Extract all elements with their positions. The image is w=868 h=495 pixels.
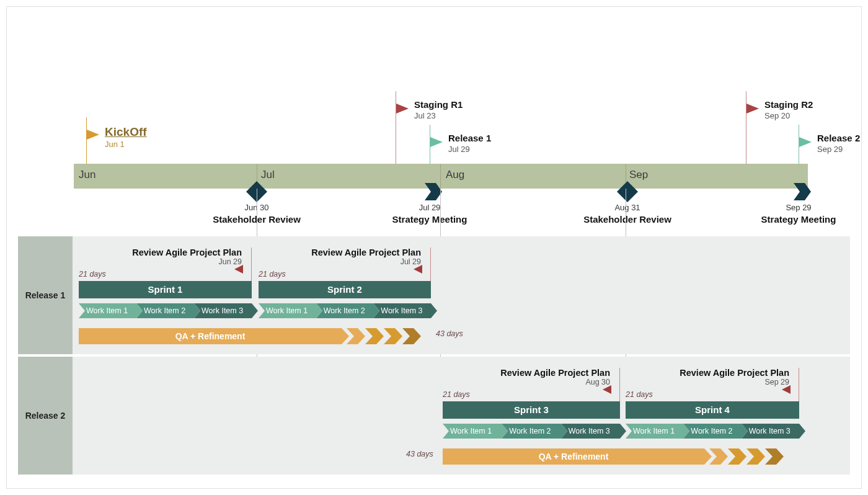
qa-refinement-bar: QA + Refinement xyxy=(443,448,704,465)
flag-pennant-icon xyxy=(746,104,759,114)
work-item-row: Work Item 1Work Item 2Work Item 3 xyxy=(626,424,799,439)
release-tab: Release 2 xyxy=(18,357,73,475)
flag-stem xyxy=(746,91,746,164)
sprint-bar: Sprint 4 xyxy=(626,401,799,419)
qa-chevron-group xyxy=(347,328,417,344)
work-item: Work Item 1 xyxy=(443,424,502,439)
qa-duration: 43 days xyxy=(406,450,433,458)
chevron-right-icon xyxy=(728,448,743,465)
review-flag-icon xyxy=(782,385,790,394)
work-item: Work Item 3 xyxy=(194,303,252,318)
chevron-right-icon xyxy=(347,328,361,344)
qa-refinement-bar: QA + Refinement xyxy=(79,328,342,344)
flag-title: Staging R1 xyxy=(414,99,463,110)
review-title: Review Agile Project Plan xyxy=(259,248,421,257)
chevron-right-icon xyxy=(425,183,442,200)
sprint-bar: Sprint 1 xyxy=(79,281,252,298)
svg-marker-4 xyxy=(384,328,402,344)
review-title: Review Agile Project Plan xyxy=(79,248,242,257)
review-date: Sep 29 xyxy=(626,378,789,386)
milestone-name: Strategy Meeting xyxy=(761,214,836,225)
work-item: Work Item 3 xyxy=(742,424,799,439)
review-date: Jun 29 xyxy=(79,257,242,266)
milestone-date: Jul 29 xyxy=(419,203,441,212)
sprint-duration: 21 days xyxy=(443,390,470,399)
milestone-name: Stakeholder Review xyxy=(583,214,671,225)
flag-title: Release 1 xyxy=(448,133,491,143)
flag-date: Sep 20 xyxy=(764,111,790,120)
svg-marker-1 xyxy=(794,183,811,200)
svg-marker-5 xyxy=(402,328,421,344)
chevron-right-icon xyxy=(709,448,724,465)
flag-pennant-icon xyxy=(396,104,409,114)
review-flag-icon xyxy=(603,385,611,394)
svg-marker-9 xyxy=(765,448,784,465)
chevron-right-icon xyxy=(402,328,417,344)
svg-marker-2 xyxy=(347,328,365,344)
svg-marker-3 xyxy=(365,328,384,344)
review-title: Review Agile Project Plan xyxy=(443,368,610,378)
sprint-bar: Sprint 3 xyxy=(443,401,620,419)
work-item-row: Work Item 1Work Item 2Work Item 3 xyxy=(259,303,431,318)
work-item: Work Item 1 xyxy=(79,303,136,318)
release-tab: Release 1 xyxy=(18,236,73,354)
month-label: Aug xyxy=(446,169,464,181)
work-item: Work Item 2 xyxy=(136,303,194,318)
milestone-name: Strategy Meeting xyxy=(392,214,467,225)
work-item: Work Item 1 xyxy=(626,424,683,439)
svg-marker-8 xyxy=(746,448,765,465)
chevron-right-icon xyxy=(765,448,780,465)
review-flag-icon xyxy=(234,265,243,274)
flag-date: Sep 29 xyxy=(817,145,843,154)
work-item: Work Item 2 xyxy=(502,424,560,439)
review-date: Jul 29 xyxy=(259,257,421,266)
review-flag-icon xyxy=(414,265,422,274)
release-row-release-1: Release 1Review Agile Project PlanJun 29… xyxy=(18,236,850,354)
review-label: Review Agile Project PlanJun 29 xyxy=(79,248,242,266)
month-label: Jul xyxy=(261,169,275,181)
svg-marker-0 xyxy=(425,183,442,200)
review-title: Review Agile Project Plan xyxy=(626,368,789,378)
work-item: Work Item 2 xyxy=(316,303,374,318)
flag-date: Jun 1 xyxy=(105,140,125,149)
flag-pennant-icon xyxy=(430,137,443,147)
work-item-row: Work Item 1Work Item 2Work Item 3 xyxy=(443,424,620,439)
sprint-duration: 21 days xyxy=(626,390,653,399)
flag-title: KickOff xyxy=(105,125,147,139)
svg-marker-6 xyxy=(709,448,728,465)
review-label: Review Agile Project PlanJul 29 xyxy=(259,248,421,266)
work-item: Work Item 2 xyxy=(683,424,741,439)
review-date: Aug 30 xyxy=(443,378,610,386)
qa-duration: 43 days xyxy=(436,329,463,338)
chevron-right-icon xyxy=(794,183,811,200)
sprint-duration: 21 days xyxy=(79,270,106,279)
chevron-right-icon xyxy=(365,328,380,344)
flag-pennant-icon xyxy=(799,137,812,147)
flag-date: Jul 29 xyxy=(448,145,470,154)
flag-stem xyxy=(396,91,396,164)
milestone-date: Sep 29 xyxy=(786,203,811,212)
review-label: Review Agile Project PlanSep 29 xyxy=(626,368,789,386)
work-item: Work Item 3 xyxy=(561,424,620,439)
work-item: Work Item 3 xyxy=(373,303,431,318)
sprint-bar: Sprint 2 xyxy=(259,281,431,298)
month-label: Sep xyxy=(629,169,648,181)
flag-title: Staging R2 xyxy=(764,99,813,110)
sprint-duration: 21 days xyxy=(259,270,286,279)
month-label: Jun xyxy=(79,169,95,181)
flag-date: Jul 23 xyxy=(414,111,436,120)
qa-chevron-group xyxy=(709,448,780,465)
chevron-right-icon xyxy=(384,328,399,344)
work-item-row: Work Item 1Work Item 2Work Item 3 xyxy=(79,303,252,318)
release-row-release-2: Release 2Review Agile Project PlanAug 30… xyxy=(18,357,850,475)
flag-stem xyxy=(86,117,87,164)
milestone-date: Aug 31 xyxy=(614,203,640,212)
flag-pennant-icon xyxy=(87,130,99,140)
chevron-right-icon xyxy=(746,448,761,465)
work-item: Work Item 1 xyxy=(259,303,316,318)
gantt-canvas: JunJulAugSep KickOffJun 1Staging R1Jul 2… xyxy=(6,6,862,489)
svg-marker-7 xyxy=(728,448,746,465)
review-label: Review Agile Project PlanAug 30 xyxy=(443,368,610,386)
flag-title: Release 2 xyxy=(817,133,860,143)
